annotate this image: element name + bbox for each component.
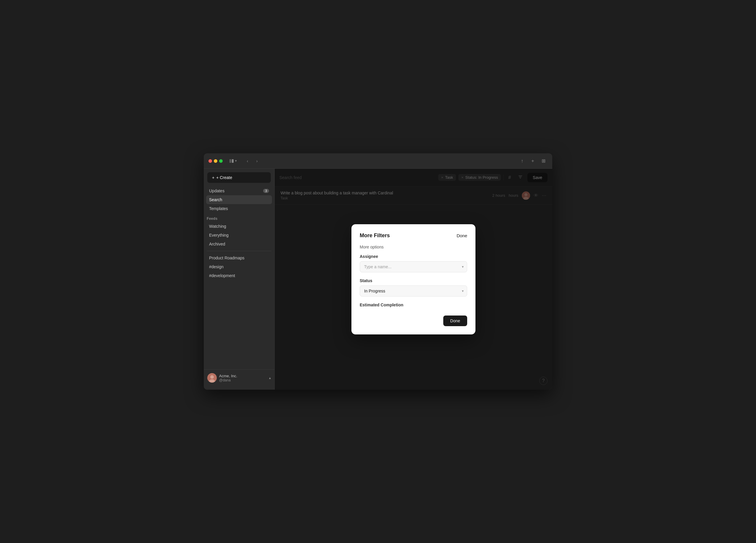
- sidebar-item-updates[interactable]: Updates 3: [206, 186, 272, 195]
- sidebar-item-everything[interactable]: Everything: [206, 231, 272, 239]
- modal-header: More Filters Done: [360, 232, 467, 239]
- assignee-select[interactable]: Type a name...: [360, 261, 467, 273]
- app-body: + + Create Updates 3 Search Templates Fe…: [204, 169, 552, 390]
- modal-footer: Done: [360, 316, 467, 326]
- titlebar: ▾ ‹ › ↑ + ⊞: [204, 153, 552, 169]
- sidebar-top: + + Create: [204, 172, 274, 186]
- svg-rect-1: [232, 159, 234, 163]
- user-info: Acme, Inc. @dana: [207, 373, 237, 383]
- custom-nav: Product Roadmaps #design #development: [204, 253, 274, 280]
- templates-label: Templates: [209, 206, 228, 211]
- sidebar-footer: Acme, Inc. @dana ▴: [204, 369, 274, 386]
- share-button[interactable]: ↑: [518, 157, 526, 165]
- watching-label: Watching: [209, 224, 226, 229]
- fullscreen-button[interactable]: [219, 159, 223, 163]
- updates-badge: 3: [263, 189, 269, 193]
- user-name: Acme, Inc.: [219, 374, 237, 378]
- product-roadmaps-label: Product Roadmaps: [209, 255, 245, 260]
- create-button[interactable]: + + Create: [207, 172, 271, 183]
- search-label: Search: [209, 197, 222, 202]
- sidebar-divider: [207, 251, 271, 251]
- status-select-wrapper: In Progress ▾: [360, 286, 467, 297]
- modal-done-top-button[interactable]: Done: [457, 233, 467, 238]
- everything-label: Everything: [209, 233, 229, 237]
- avatar: [207, 373, 217, 383]
- assignee-select-wrapper: Type a name... ▾: [360, 261, 467, 273]
- feeds-section-label: Feeds: [204, 213, 274, 222]
- sidebar-item-archived[interactable]: Archived: [206, 239, 272, 248]
- forward-button[interactable]: ›: [253, 157, 261, 165]
- titlebar-actions: ↑ + ⊞: [518, 157, 548, 165]
- assignee-label: Assignee: [360, 254, 467, 259]
- add-button[interactable]: +: [529, 157, 537, 165]
- sidebar-item-templates[interactable]: Templates: [206, 204, 272, 213]
- more-options-label: More options: [360, 244, 467, 249]
- modal-done-button[interactable]: Done: [443, 316, 467, 326]
- sidebar-item-watching[interactable]: Watching: [206, 222, 272, 231]
- sidebar-nav: Updates 3 Search Templates: [204, 186, 274, 213]
- sidebar-item-design[interactable]: #design: [206, 262, 272, 271]
- modal-title: More Filters: [360, 232, 390, 239]
- archived-label: Archived: [209, 242, 225, 246]
- development-label: #development: [209, 273, 235, 278]
- create-label: + Create: [216, 175, 232, 180]
- svg-point-3: [210, 375, 214, 379]
- sidebar: + + Create Updates 3 Search Templates Fe…: [204, 169, 275, 390]
- status-section: Status In Progress ▾: [360, 278, 467, 297]
- sidebar-item-product-roadmaps[interactable]: Product Roadmaps: [206, 253, 272, 262]
- sidebar-toggle[interactable]: ▾: [227, 157, 239, 164]
- user-handle: @dana: [219, 378, 237, 382]
- updates-label: Updates: [209, 188, 224, 193]
- sidebar-item-development[interactable]: #development: [206, 271, 272, 280]
- status-select[interactable]: In Progress: [360, 286, 467, 297]
- traffic-lights: [208, 159, 223, 163]
- estimated-completion-section: Estimated Completion: [360, 303, 467, 310]
- sidebar-item-search[interactable]: Search: [206, 195, 272, 204]
- grid-view-button[interactable]: ⊞: [539, 157, 548, 165]
- minimize-button[interactable]: [214, 159, 217, 163]
- user-details: Acme, Inc. @dana: [219, 374, 237, 382]
- status-label: Status: [360, 278, 467, 283]
- more-filters-modal: More Filters Done More options Assignee …: [351, 224, 475, 335]
- estimated-completion-label: Estimated Completion: [360, 303, 467, 307]
- design-label: #design: [209, 264, 224, 269]
- back-button[interactable]: ‹: [243, 157, 252, 165]
- chevron-up-button[interactable]: ▴: [269, 376, 271, 380]
- assignee-field: Assignee Type a name... ▾: [360, 254, 467, 273]
- main-content: × Task × Status: In Progress # Save: [275, 169, 552, 390]
- nav-buttons: ‹ ›: [243, 157, 261, 165]
- more-options-section: More options Assignee Type a name... ▾: [360, 244, 467, 273]
- close-button[interactable]: [208, 159, 212, 163]
- feeds-nav: Watching Everything Archived: [204, 222, 274, 248]
- plus-icon: +: [212, 175, 214, 180]
- svg-rect-0: [229, 159, 231, 163]
- modal-overlay[interactable]: More Filters Done More options Assignee …: [275, 169, 552, 390]
